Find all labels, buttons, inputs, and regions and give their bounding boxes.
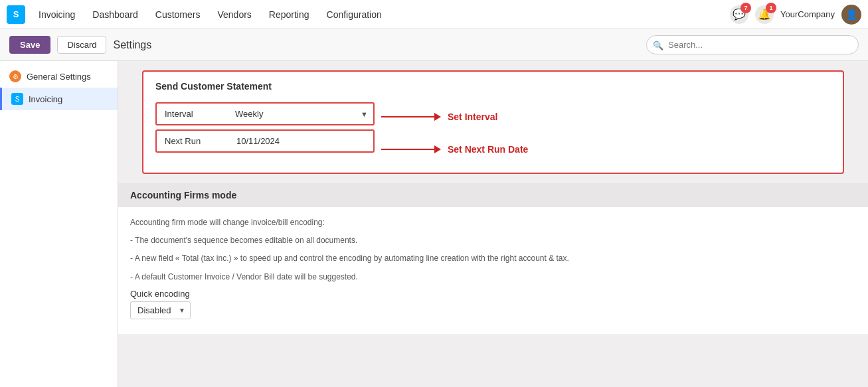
card-title: Send Customer Statement [155, 81, 831, 92]
user-avatar[interactable]: 👤 [841, 5, 861, 25]
discard-button[interactable]: Discard [57, 36, 106, 54]
sidebar-item-invoicing[interactable]: S Invoicing [0, 88, 118, 110]
quick-encoding-select[interactable]: Disabled Enabled [130, 301, 191, 319]
interval-row: Interval Weekly Monthly Daily ▼ [155, 102, 375, 125]
messages-button[interactable]: 💬 7 [730, 5, 748, 24]
topnav-right: 💬 7 🔔 1 YourCompany 👤 [730, 5, 861, 25]
accounting-desc-1: Accounting firm mode will change invoice… [130, 216, 856, 229]
nav-reporting[interactable]: Reporting [262, 7, 316, 23]
annotation-interval: Set Interval [381, 102, 528, 131]
toolbar: Save Discard Settings 🔍 [0, 29, 868, 61]
accounting-desc-2: - The document's sequence becomes editab… [130, 234, 856, 247]
accounting-firms-header: Accounting Firms mode [118, 183, 868, 207]
search-wrap: 🔍 [646, 35, 859, 54]
interval-select[interactable]: Weekly Monthly Daily [235, 109, 361, 119]
sidebar-item-general[interactable]: ⚙ General Settings [0, 65, 118, 88]
nav-invoicing[interactable]: Invoicing [32, 7, 82, 23]
search-icon: 🔍 [653, 40, 663, 50]
accounting-desc-3: - A new field « Total (tax inc.) » to sp… [130, 252, 856, 265]
quick-encoding-label: Quick encoding [130, 289, 856, 299]
sidebar: ⚙ General Settings S Invoicing [0, 61, 118, 387]
nav-vendors[interactable]: Vendors [211, 7, 258, 23]
invoicing-icon: S [11, 93, 23, 105]
annotation-next-run: Set Next Run Date [381, 135, 528, 163]
nav-configuration[interactable]: Configuration [320, 7, 389, 23]
interval-select-wrap[interactable]: Weekly Monthly Daily ▼ [230, 106, 373, 121]
top-navigation: S Invoicing Dashboard Customers Vendors … [0, 0, 868, 29]
arrow-next-run [381, 145, 441, 153]
page-title: Settings [113, 39, 151, 51]
arrow-shaft-next-run [381, 149, 434, 150]
accounting-firms-section: Accounting Firms mode Accounting firm mo… [118, 183, 868, 334]
interval-dropdown-arrow: ▼ [361, 110, 368, 118]
arrow-shaft-interval [381, 116, 434, 117]
main-layout: ⚙ General Settings S Invoicing Send Cust… [0, 61, 868, 387]
send-customer-statement-area: Send Customer Statement Interval Weekly … [130, 70, 856, 174]
arrow-head-next-run [434, 145, 441, 153]
messages-badge: 7 [740, 3, 751, 13]
accounting-desc-4: - A default Customer Invoice / Vendor Bi… [130, 271, 856, 283]
annotation-interval-text: Set Interval [448, 112, 497, 122]
accounting-firms-content: Accounting firm mode will change invoice… [118, 207, 868, 334]
general-settings-icon: ⚙ [9, 70, 21, 82]
quick-encoding-select-wrap: Disabled Enabled ▼ [130, 301, 191, 319]
card-content-row: Interval Weekly Monthly Daily ▼ [155, 102, 831, 163]
arrow-interval [381, 113, 441, 121]
nav-dashboard[interactable]: Dashboard [86, 7, 145, 23]
sidebar-item-general-label: General Settings [27, 72, 91, 82]
arrow-head-interval [434, 113, 441, 121]
nav-customers[interactable]: Customers [149, 7, 207, 23]
alerts-button[interactable]: 🔔 1 [755, 5, 774, 24]
next-run-row: Next Run 10/11/2024 [155, 129, 375, 153]
sidebar-item-invoicing-label: Invoicing [29, 94, 62, 104]
save-button[interactable]: Save [9, 36, 50, 54]
main-content: Send Customer Statement Interval Weekly … [118, 61, 868, 387]
next-run-label: Next Run [157, 131, 230, 151]
search-input[interactable] [646, 35, 859, 54]
quick-encoding-group: Quick encoding Disabled Enabled ▼ [130, 289, 856, 319]
app-logo[interactable]: S [7, 5, 25, 24]
annotations: Set Interval Set Next Run Date [381, 102, 528, 163]
form-fields: Interval Weekly Monthly Daily ▼ [155, 102, 375, 157]
next-run-value[interactable]: 10/11/2024 [230, 131, 373, 151]
company-name: YourCompany [780, 9, 835, 19]
send-customer-statement-card: Send Customer Statement Interval Weekly … [142, 70, 844, 174]
alerts-badge: 1 [766, 3, 776, 13]
interval-label: Interval [157, 104, 230, 124]
annotation-next-run-text: Set Next Run Date [448, 144, 528, 155]
